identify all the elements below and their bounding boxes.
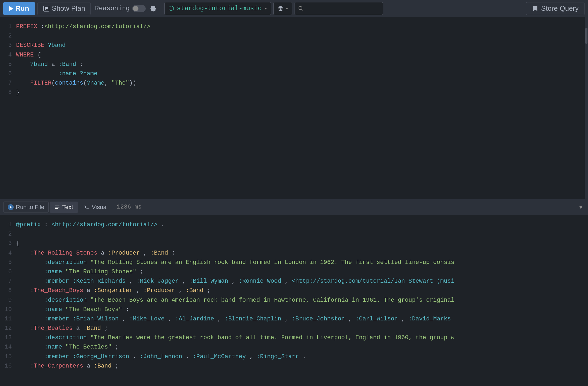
bookmark-icon: [532, 5, 538, 12]
result-line-7: :member :Keith_Richards , :Mick_Jagger ,…: [16, 277, 588, 286]
code-line-1: PREFIX :<http://stardog.com/tutorial/>: [16, 22, 585, 31]
text-tab-icon: [55, 205, 60, 210]
editor-scrollbar-thumb: [585, 28, 587, 44]
result-line-10: :name "The Beach Boys" ;: [16, 305, 588, 314]
database-name: stardog-tutorial-music: [177, 5, 262, 12]
settings-button[interactable]: [148, 3, 159, 14]
store-query-label: Store Query: [541, 4, 579, 13]
result-line-15: :member :George_Harrison , :John_Lennon …: [16, 352, 588, 361]
tab-text-label: Text: [62, 204, 73, 211]
run-to-file-button[interactable]: Run to File: [3, 202, 49, 213]
results-toolbar: Run to File Text Visual 1236 ms ▾: [0, 199, 588, 215]
result-line-14: :name "The Beatles" ;: [16, 342, 588, 352]
result-line-4: :The_Rolling_Stones a :Producer , :Band …: [16, 248, 588, 258]
result-line-9: :description "The Beach Boys are an Amer…: [16, 296, 588, 305]
result-line-12: :The_Beatles a :Band ;: [16, 324, 588, 333]
chevron-down-icon: ▾: [579, 203, 583, 211]
database-selector[interactable]: ⬡ stardog-tutorial-music ▾: [164, 2, 271, 15]
tab-text-button[interactable]: Text: [50, 202, 78, 213]
code-line-4: WHERE {: [16, 50, 585, 60]
result-line-2: [16, 229, 588, 239]
results-code: @prefix : <http://stardog.com/tutorial/>…: [16, 215, 588, 386]
layers-button[interactable]: ▾: [273, 2, 292, 15]
chevron-down-icon: ▾: [264, 6, 267, 12]
code-line-5: ?band a :Band ;: [16, 60, 585, 69]
result-line-3: {: [16, 239, 588, 248]
reasoning-label: Reasoning: [95, 5, 130, 12]
result-line-8: :The_Beach_Boys a :Songwriter , :Produce…: [16, 286, 588, 295]
svg-rect-8: [55, 206, 59, 206]
collapse-button[interactable]: ▾: [577, 201, 585, 213]
result-line-1: @prefix : <http://stardog.com/tutorial/>…: [16, 220, 588, 229]
run-label: Run: [16, 4, 29, 13]
tab-visual-button[interactable]: Visual: [79, 202, 113, 213]
run-button[interactable]: Run: [3, 2, 35, 15]
plan-icon: [43, 5, 50, 12]
show-plan-label: Show Plan: [52, 4, 85, 13]
run-to-file-icon: [8, 204, 14, 210]
search-input[interactable]: [306, 5, 380, 12]
layers-icon: [277, 5, 284, 12]
results-panel: Run to File Text Visual 1236 ms ▾ 1 2 3: [0, 199, 588, 386]
reasoning-toggle-switch[interactable]: [132, 5, 146, 12]
result-line-13: :description "The Beatles were the great…: [16, 333, 588, 342]
code-line-3: DESCRIBE ?band: [16, 41, 585, 50]
result-line-16: :The_Carpenters a :Band ;: [16, 361, 588, 371]
reasoning-toggle-container: Reasoning: [95, 5, 146, 12]
run-to-file-label: Run to File: [16, 204, 44, 211]
code-line-2: [16, 31, 585, 41]
result-line-5: :description "The Rolling Stones are an …: [16, 258, 588, 267]
store-query-button[interactable]: Store Query: [526, 2, 585, 15]
result-line-11: :member :Brian_Wilson , :Mike_Love , :Al…: [16, 314, 588, 324]
tab-visual-label: Visual: [92, 204, 108, 211]
svg-rect-9: [55, 207, 59, 207]
results-content: 1 2 3 4 5 6 7 8 9 10 11 12 13 14 15 16 @…: [0, 215, 588, 386]
result-line-6: :name "The Rolling Stones" ;: [16, 267, 588, 277]
search-icon: [298, 6, 304, 12]
code-line-7: FILTER(contains(?name, "The")): [16, 78, 585, 88]
results-line-numbers: 1 2 3 4 5 6 7 8 9 10 11 12 13 14 15 16: [0, 215, 16, 386]
timing-badge: 1236 ms: [114, 204, 145, 210]
database-icon: ⬡: [168, 5, 174, 12]
play-icon: [9, 6, 13, 11]
svg-line-5: [302, 9, 303, 11]
svg-rect-10: [55, 208, 58, 209]
main-toolbar: Run Show Plan Reasoning ⬡ stardog-tutori…: [0, 0, 588, 17]
editor-line-numbers: 1 2 3 4 5 6 7 8: [0, 17, 16, 199]
code-line-6: :name ?name: [16, 69, 585, 78]
gear-icon: [150, 5, 157, 12]
code-line-8: }: [16, 88, 585, 97]
editor-code[interactable]: PREFIX :<http://stardog.com/tutorial/> D…: [16, 17, 585, 199]
search-container: [295, 2, 383, 15]
show-plan-button[interactable]: Show Plan: [37, 2, 91, 15]
svg-point-4: [299, 6, 302, 10]
editor-scrollbar[interactable]: [585, 17, 588, 199]
editor-area: 1 2 3 4 5 6 7 8 PREFIX :<http://stardog.…: [0, 17, 588, 199]
visual-tab-icon: [84, 204, 90, 210]
toggle-knob: [133, 6, 138, 11]
layers-chevron-icon: ▾: [285, 6, 288, 12]
